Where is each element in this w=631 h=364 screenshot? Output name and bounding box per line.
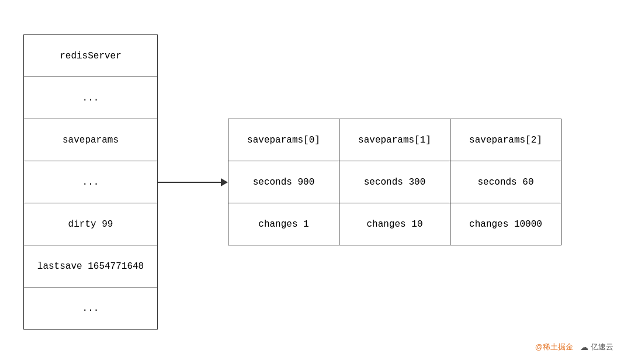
watermark: @稀土掘金 ☁ 亿速云 xyxy=(535,342,613,352)
changes-10000: changes 10000 xyxy=(450,203,561,245)
seconds-60: seconds 60 xyxy=(450,161,561,203)
header-1: saveparams[1] xyxy=(339,119,450,161)
changes-1: changes 1 xyxy=(228,203,339,245)
table-row: ... xyxy=(24,287,158,330)
arrow-head xyxy=(221,178,228,186)
cell-ellipsis-3: ... xyxy=(24,287,158,330)
cell-ellipsis-2: ... xyxy=(24,161,158,203)
arrow xyxy=(158,178,228,186)
cell-lastsave: lastsave 1654771648 xyxy=(24,245,158,287)
seconds-900: seconds 900 xyxy=(228,161,339,203)
cloud-icon: ☁ xyxy=(580,342,588,352)
arrow-line xyxy=(158,182,221,183)
arrow-container xyxy=(158,178,228,186)
table-row: ... xyxy=(24,161,158,203)
diagram-container: redisServer ... saveparams ... dirty 99 … xyxy=(0,0,631,364)
table-row: saveparams xyxy=(24,119,158,161)
header-0: saveparams[0] xyxy=(228,119,339,161)
right-table: saveparams[0] saveparams[1] saveparams[2… xyxy=(228,119,561,245)
watermark-yisu-text: 亿速云 xyxy=(591,342,613,352)
seconds-row: seconds 900 seconds 300 seconds 60 xyxy=(228,161,561,203)
left-table: redisServer ... saveparams ... dirty 99 … xyxy=(23,34,158,330)
watermark-yisu: ☁ 亿速云 xyxy=(580,342,613,352)
table-row: ... xyxy=(24,77,158,119)
header-2: saveparams[2] xyxy=(450,119,561,161)
changes-row: changes 1 changes 10 changes 10000 xyxy=(228,203,561,245)
cell-saveparams: saveparams xyxy=(24,119,158,161)
header-row: saveparams[0] saveparams[1] saveparams[2… xyxy=(228,119,561,161)
cell-ellipsis-1: ... xyxy=(24,77,158,119)
table-row: dirty 99 xyxy=(24,203,158,245)
table-row: lastsave 1654771648 xyxy=(24,245,158,287)
cell-redis-server: redisServer xyxy=(24,35,158,77)
seconds-300: seconds 300 xyxy=(339,161,450,203)
table-row: redisServer xyxy=(24,35,158,77)
cell-dirty: dirty 99 xyxy=(24,203,158,245)
watermark-juejin: @稀土掘金 xyxy=(535,342,573,352)
changes-10: changes 10 xyxy=(339,203,450,245)
